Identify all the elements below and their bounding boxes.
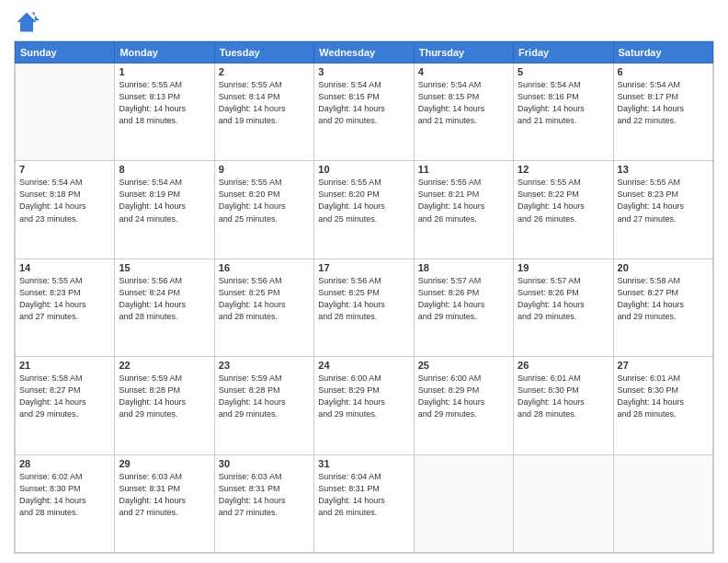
calendar-cell: 19Sunrise: 5:57 AM Sunset: 8:26 PM Dayli…	[514, 259, 613, 356]
day-number: 13	[618, 164, 709, 175]
day-info: Sunrise: 6:00 AM Sunset: 8:29 PM Dayligh…	[418, 373, 509, 420]
day-info: Sunrise: 6:01 AM Sunset: 8:30 PM Dayligh…	[618, 373, 709, 420]
calendar-cell	[613, 454, 712, 552]
day-info: Sunrise: 6:02 AM Sunset: 8:30 PM Dayligh…	[19, 471, 110, 519]
day-number: 7	[19, 164, 110, 175]
calendar-cell: 6Sunrise: 5:54 AM Sunset: 8:17 PM Daylig…	[613, 63, 712, 161]
calendar-cell: 12Sunrise: 5:55 AM Sunset: 8:22 PM Dayli…	[514, 161, 613, 259]
day-info: Sunrise: 5:55 AM Sunset: 8:20 PM Dayligh…	[318, 177, 409, 224]
day-info: Sunrise: 5:57 AM Sunset: 8:26 PM Dayligh…	[518, 275, 609, 323]
day-number: 29	[119, 458, 210, 469]
calendar-cell: 16Sunrise: 5:56 AM Sunset: 8:25 PM Dayli…	[214, 259, 313, 356]
calendar-cell: 17Sunrise: 5:56 AM Sunset: 8:25 PM Dayli…	[314, 259, 414, 356]
calendar-cell: 9Sunrise: 5:55 AM Sunset: 8:20 PM Daylig…	[214, 161, 313, 259]
page: SundayMondayTuesdayWednesdayThursdayFrid…	[0, 0, 728, 563]
calendar-cell: 13Sunrise: 5:55 AM Sunset: 8:23 PM Dayli…	[613, 161, 712, 259]
day-number: 3	[318, 66, 409, 77]
day-number: 9	[219, 164, 310, 175]
calendar-cell: 4Sunrise: 5:54 AM Sunset: 8:15 PM Daylig…	[414, 63, 513, 161]
day-number: 28	[19, 458, 110, 469]
calendar-cell: 28Sunrise: 6:02 AM Sunset: 8:30 PM Dayli…	[16, 454, 115, 552]
day-number: 15	[119, 262, 210, 273]
day-info: Sunrise: 5:54 AM Sunset: 8:18 PM Dayligh…	[19, 177, 110, 224]
calendar-header-wednesday: Wednesday	[314, 42, 414, 63]
day-number: 23	[219, 360, 310, 371]
calendar-cell: 25Sunrise: 6:00 AM Sunset: 8:29 PM Dayli…	[414, 357, 513, 454]
calendar-week-3: 14Sunrise: 5:55 AM Sunset: 8:23 PM Dayli…	[16, 259, 713, 356]
calendar-header-friday: Friday	[514, 42, 613, 63]
calendar-cell	[514, 454, 613, 552]
day-info: Sunrise: 5:58 AM Sunset: 8:27 PM Dayligh…	[19, 373, 110, 420]
day-info: Sunrise: 5:55 AM Sunset: 8:21 PM Dayligh…	[418, 177, 509, 224]
logo-icon	[14, 9, 40, 35]
calendar-week-1: 1Sunrise: 5:55 AM Sunset: 8:13 PM Daylig…	[16, 63, 713, 161]
day-number: 31	[318, 458, 409, 469]
day-info: Sunrise: 5:55 AM Sunset: 8:20 PM Dayligh…	[219, 177, 310, 224]
calendar-week-4: 21Sunrise: 5:58 AM Sunset: 8:27 PM Dayli…	[16, 357, 713, 454]
calendar-cell: 10Sunrise: 5:55 AM Sunset: 8:20 PM Dayli…	[314, 161, 414, 259]
day-info: Sunrise: 5:57 AM Sunset: 8:26 PM Dayligh…	[418, 275, 509, 323]
header	[14, 9, 714, 35]
day-info: Sunrise: 5:55 AM Sunset: 8:13 PM Dayligh…	[119, 79, 210, 127]
day-info: Sunrise: 5:54 AM Sunset: 8:19 PM Dayligh…	[119, 177, 210, 224]
day-number: 5	[518, 66, 609, 77]
calendar-week-5: 28Sunrise: 6:02 AM Sunset: 8:30 PM Dayli…	[16, 454, 713, 552]
calendar-cell: 15Sunrise: 5:56 AM Sunset: 8:24 PM Dayli…	[115, 259, 214, 356]
calendar-header-monday: Monday	[115, 42, 214, 63]
calendar: SundayMondayTuesdayWednesdayThursdayFrid…	[14, 40, 714, 554]
logo	[14, 9, 43, 35]
calendar-cell: 24Sunrise: 6:00 AM Sunset: 8:29 PM Dayli…	[314, 357, 414, 454]
day-info: Sunrise: 5:55 AM Sunset: 8:23 PM Dayligh…	[19, 275, 110, 323]
day-number: 6	[618, 66, 709, 77]
day-number: 21	[19, 360, 110, 371]
calendar-cell: 7Sunrise: 5:54 AM Sunset: 8:18 PM Daylig…	[16, 161, 115, 259]
day-number: 10	[318, 164, 409, 175]
day-info: Sunrise: 5:58 AM Sunset: 8:27 PM Dayligh…	[618, 275, 709, 323]
calendar-header-row: SundayMondayTuesdayWednesdayThursdayFrid…	[16, 42, 713, 63]
calendar-cell: 14Sunrise: 5:55 AM Sunset: 8:23 PM Dayli…	[16, 259, 115, 356]
day-number: 4	[418, 66, 509, 77]
day-info: Sunrise: 5:59 AM Sunset: 8:28 PM Dayligh…	[119, 373, 210, 420]
day-info: Sunrise: 5:54 AM Sunset: 8:15 PM Dayligh…	[318, 79, 409, 127]
day-info: Sunrise: 5:56 AM Sunset: 8:25 PM Dayligh…	[219, 275, 310, 323]
calendar-header-sunday: Sunday	[16, 42, 115, 63]
calendar-cell: 1Sunrise: 5:55 AM Sunset: 8:13 PM Daylig…	[115, 63, 214, 161]
day-number: 17	[318, 262, 409, 273]
calendar-cell: 20Sunrise: 5:58 AM Sunset: 8:27 PM Dayli…	[613, 259, 712, 356]
day-info: Sunrise: 5:56 AM Sunset: 8:25 PM Dayligh…	[318, 275, 409, 323]
day-number: 12	[518, 164, 609, 175]
day-number: 16	[219, 262, 310, 273]
day-number: 27	[618, 360, 709, 371]
day-number: 1	[119, 66, 210, 77]
calendar-cell	[16, 63, 115, 161]
calendar-cell: 18Sunrise: 5:57 AM Sunset: 8:26 PM Dayli…	[414, 259, 513, 356]
day-number: 14	[19, 262, 110, 273]
day-info: Sunrise: 6:03 AM Sunset: 8:31 PM Dayligh…	[119, 471, 210, 519]
day-info: Sunrise: 6:01 AM Sunset: 8:30 PM Dayligh…	[518, 373, 609, 420]
calendar-header-thursday: Thursday	[414, 42, 513, 63]
day-number: 30	[219, 458, 310, 469]
day-number: 11	[418, 164, 509, 175]
calendar-cell: 31Sunrise: 6:04 AM Sunset: 8:31 PM Dayli…	[314, 454, 414, 552]
calendar-week-2: 7Sunrise: 5:54 AM Sunset: 8:18 PM Daylig…	[16, 161, 713, 259]
calendar-cell	[414, 454, 513, 552]
day-info: Sunrise: 5:55 AM Sunset: 8:23 PM Dayligh…	[618, 177, 709, 224]
day-info: Sunrise: 6:00 AM Sunset: 8:29 PM Dayligh…	[318, 373, 409, 420]
day-number: 20	[618, 262, 709, 273]
calendar-cell: 30Sunrise: 6:03 AM Sunset: 8:31 PM Dayli…	[214, 454, 313, 552]
day-number: 25	[418, 360, 509, 371]
calendar-cell: 29Sunrise: 6:03 AM Sunset: 8:31 PM Dayli…	[115, 454, 214, 552]
calendar-cell: 27Sunrise: 6:01 AM Sunset: 8:30 PM Dayli…	[613, 357, 712, 454]
day-info: Sunrise: 5:59 AM Sunset: 8:28 PM Dayligh…	[219, 373, 310, 420]
day-number: 24	[318, 360, 409, 371]
calendar-header-saturday: Saturday	[613, 42, 712, 63]
svg-marker-0	[17, 13, 37, 32]
calendar-cell: 21Sunrise: 5:58 AM Sunset: 8:27 PM Dayli…	[16, 357, 115, 454]
calendar-cell: 2Sunrise: 5:55 AM Sunset: 8:14 PM Daylig…	[214, 63, 313, 161]
day-number: 22	[119, 360, 210, 371]
day-number: 2	[219, 66, 310, 77]
day-info: Sunrise: 5:56 AM Sunset: 8:24 PM Dayligh…	[119, 275, 210, 323]
calendar-cell: 22Sunrise: 5:59 AM Sunset: 8:28 PM Dayli…	[115, 357, 214, 454]
day-number: 8	[119, 164, 210, 175]
day-info: Sunrise: 5:54 AM Sunset: 8:16 PM Dayligh…	[518, 79, 609, 127]
